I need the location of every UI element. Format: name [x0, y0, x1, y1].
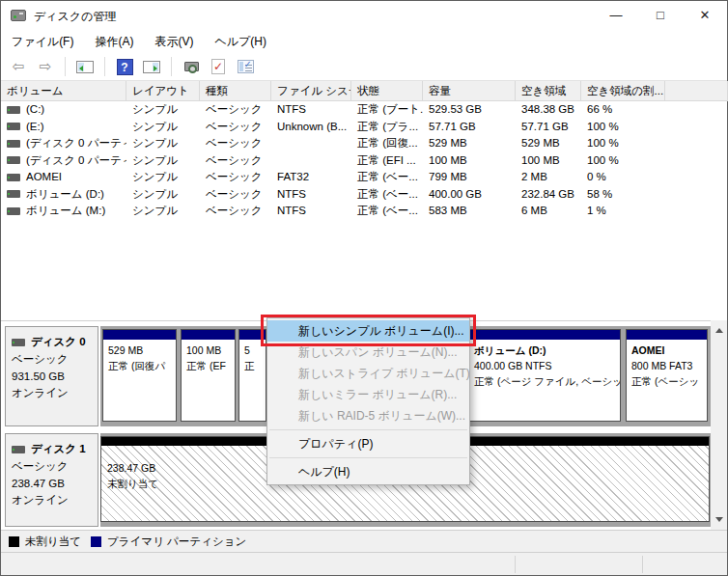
legend-label: プライマリ パーティション [107, 535, 246, 549]
volume-row-2[interactable]: (ディスク 0 パーティシ...シンプルベーシック正常 (回復...529 MB… [1, 135, 727, 152]
cell-fs: Unknown (B... [271, 119, 351, 136]
cell-pct: 0 % [581, 169, 665, 186]
cell-free: 232.84 GB [516, 186, 581, 204]
cell-capacity: 100 MB [423, 152, 516, 170]
partition-0-4[interactable]: AOMEI800 MB FAT3正常 (ベーシッ [626, 329, 708, 422]
partition-0-1[interactable]: 100 MB正常 (EF [181, 329, 236, 422]
task-list-icon[interactable]: ✓ [234, 55, 257, 78]
menubar-item-3[interactable]: ヘルプ(H) [204, 34, 277, 50]
cell-pct: 100 % [581, 119, 665, 136]
column-header-3[interactable]: ファイル システム [271, 81, 351, 101]
volume-row-4[interactable]: AOMEIシンプルベーシックFAT32正常 (ベー...799 MB2 MB0 … [1, 169, 727, 186]
legend-bar: 未割り当てプライマリ パーティション [1, 530, 727, 552]
menubar-item-0[interactable]: ファイル(F) [1, 34, 84, 50]
legend-label: 未割り当て [25, 535, 81, 549]
cell-capacity: 583 MB [423, 203, 516, 220]
column-header-6[interactable]: 空き領域 [516, 81, 581, 101]
cell-fs [271, 135, 351, 152]
action-pane-icon[interactable] [140, 55, 163, 78]
cell-type: ベーシック [200, 119, 271, 136]
legend-item-1: プライマリ パーティション [91, 535, 246, 549]
cell-pct: 100 % [581, 135, 665, 152]
cell-status: 正常 (ベー... [351, 203, 423, 220]
rescan-disks-icon[interactable] [180, 55, 203, 78]
cell-type: ベーシック [200, 152, 271, 170]
annotation-red-box [261, 315, 476, 346]
cell-type: ベーシック [200, 203, 271, 220]
disk-size: 931.50 GB [12, 369, 92, 386]
window-title: ディスクの管理 [34, 9, 116, 25]
toolbar-separator [104, 57, 105, 76]
context-menu-item-6[interactable]: プロパティ(P) [267, 433, 469, 454]
disk-type: ベーシック [12, 458, 92, 476]
close-button[interactable]: ✕ [683, 1, 727, 30]
volume-row-0[interactable]: (C:)シンプルベーシックNTFS正常 (ブート...529.53 GB348.… [1, 101, 727, 119]
minimize-button[interactable]: — [594, 1, 638, 30]
cell-free: 100 MB [516, 152, 581, 170]
cell-type: ベーシック [200, 101, 271, 119]
scroll-down-icon[interactable] [711, 511, 727, 528]
cell-type: ベーシック [200, 186, 271, 204]
partition-color-bar [182, 330, 235, 340]
help-icon[interactable]: ? [113, 55, 136, 78]
cell-fs: NTFS [271, 203, 351, 220]
cell-status: 正常 (プラ... [351, 119, 423, 136]
maximize-button[interactable]: □ [638, 1, 683, 30]
forward-arrow-icon[interactable]: ⇨ [34, 55, 57, 78]
context-menu-item-8[interactable]: ヘルプ(H) [267, 461, 469, 482]
cell-layout: シンプル [126, 152, 200, 170]
volume-row-5[interactable]: ボリューム (D:)シンプルベーシックNTFS正常 (ベー...400.00 G… [1, 186, 727, 204]
context-menu-separator [269, 429, 467, 430]
legend-item-0: 未割り当て [9, 535, 81, 549]
cell-volume: (ディスク 0 パーティシ... [1, 152, 126, 170]
cell-volume: ボリューム (D:) [1, 186, 126, 204]
disk-management-window: ディスクの管理 — □ ✕ ファイル(F)操作(A)表示(V)ヘルプ(H) ⇦⇨… [0, 0, 728, 576]
cell-type: ベーシック [200, 135, 271, 152]
vertical-scrollbar[interactable] [711, 320, 727, 530]
partition-info: 100 MB正常 (EF [182, 340, 235, 378]
volume-row-6[interactable]: ボリューム (M:)シンプルベーシックNTFS正常 (ベー...583 MB6 … [1, 203, 727, 220]
cell-layout: シンプル [126, 135, 200, 152]
disk-label-1[interactable]: ディスク 1ベーシック238.47 GBオンライン [5, 433, 98, 527]
column-header-2[interactable]: 種類 [200, 81, 271, 101]
volume-drive-icon [7, 123, 20, 130]
cell-fs: NTFS [271, 101, 351, 119]
context-menu-item-3: 新しいミラー ボリューム(R)... [267, 384, 469, 405]
console-tree-icon[interactable] [73, 55, 97, 78]
column-header-0[interactable]: ボリューム [1, 81, 126, 101]
column-header-7[interactable]: 空き領域の割... [581, 81, 665, 101]
partition-color-bar [469, 330, 620, 340]
column-header-1[interactable]: レイアウト [126, 81, 200, 101]
cell-fs: NTFS [271, 186, 351, 204]
menubar-item-1[interactable]: 操作(A) [84, 34, 144, 50]
volume-row-3[interactable]: (ディスク 0 パーティシ...シンプルベーシック正常 (EFI ...100 … [1, 152, 727, 170]
partition-info: AOMEI800 MB FAT3正常 (ベーシッ [627, 340, 707, 393]
check-action-icon[interactable]: ✓ [207, 55, 230, 78]
cell-free: 57.71 GB [516, 119, 581, 136]
cell-capacity: 799 MB [423, 169, 516, 186]
volume-row-1[interactable]: (E:)シンプルベーシックUnknown (B...正常 (プラ...57.71… [1, 119, 727, 136]
column-header-4[interactable]: 状態 [351, 81, 423, 101]
column-header-8[interactable] [665, 81, 728, 101]
volume-drive-icon [7, 190, 20, 198]
volume-drive-icon [7, 156, 20, 164]
back-arrow-icon[interactable]: ⇦ [7, 55, 30, 78]
cell-capacity: 57.71 GB [423, 119, 516, 136]
cell-status: 正常 (EFI ... [351, 152, 423, 170]
scroll-up-icon[interactable] [711, 322, 727, 339]
column-header-5[interactable]: 容量 [423, 81, 516, 101]
cell-volume: AOMEI [1, 169, 126, 186]
partition-0-0[interactable]: 529 MB正常 (回復パ [102, 329, 177, 422]
disk-label-0[interactable]: ディスク 0ベーシック931.50 GBオンライン [5, 326, 98, 426]
context-menu-item-4: 新しい RAID-5 ボリューム(W)... [267, 405, 469, 426]
menubar-item-2[interactable]: 表示(V) [144, 34, 204, 50]
cell-status: 正常 (ベー... [351, 186, 423, 204]
disk-drive-icon [11, 10, 26, 21]
cell-type: ベーシック [200, 169, 271, 186]
cell-layout: シンプル [126, 203, 200, 220]
toolbar: ⇦⇨?✓✓ [1, 53, 727, 81]
cell-capacity: 400.00 GB [423, 186, 516, 204]
partition-color-bar [103, 330, 176, 340]
cell-layout: シンプル [126, 119, 200, 136]
partition-0-3[interactable]: ボリューム (D:)400.00 GB NTFS正常 (ページ ファイル, ベー… [468, 329, 621, 422]
